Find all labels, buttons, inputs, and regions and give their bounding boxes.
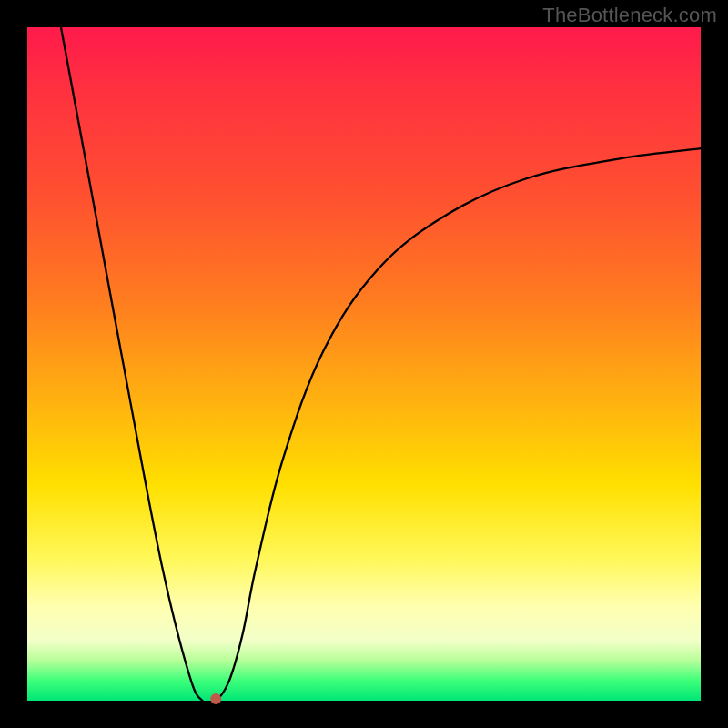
watermark-text: TheBottleneck.com <box>542 4 717 27</box>
bottleneck-curve-path <box>61 27 701 704</box>
curve-svg <box>27 27 701 701</box>
chart-frame: TheBottleneck.com <box>0 0 728 728</box>
optimum-marker <box>210 693 221 704</box>
plot-area <box>27 27 701 701</box>
